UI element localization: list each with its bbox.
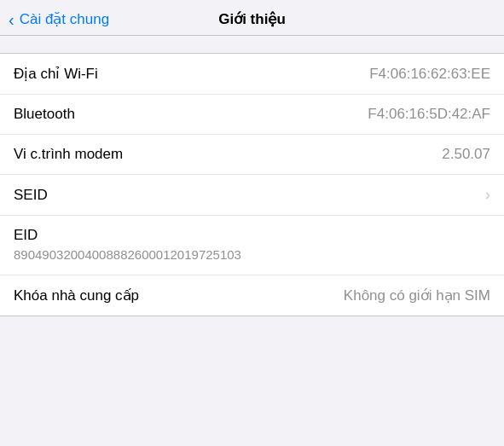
- seid-label: SEID: [14, 187, 48, 204]
- eid-row: EID 89049032004008882600012019725103: [0, 216, 504, 275]
- modem-firmware-label: Vi c.trình modem: [14, 146, 123, 163]
- wifi-address-value: F4:06:16:62:63:EE: [369, 66, 490, 83]
- bluetooth-label: Bluetooth: [14, 106, 75, 123]
- eid-label: EID: [14, 227, 490, 244]
- carrier-lock-label: Khóa nhà cung cấp: [14, 287, 139, 304]
- modem-firmware-value: 2.50.07: [442, 146, 490, 163]
- modem-firmware-row: Vi c.trình modem 2.50.07: [0, 135, 504, 175]
- wifi-address-row: Địa chỉ Wi-Fi F4:06:16:62:63:EE: [0, 54, 504, 95]
- seid-row[interactable]: SEID ›: [0, 175, 504, 216]
- eid-value: 89049032004008882600012019725103: [14, 246, 490, 264]
- back-label: Cài đặt chung: [20, 10, 109, 28]
- header: ‹ Cài đặt chung Giới thiệu: [0, 0, 504, 36]
- back-button[interactable]: ‹ Cài đặt chung: [9, 10, 109, 28]
- carrier-lock-row: Khóa nhà cung cấp Không có giới hạn SIM: [0, 275, 504, 316]
- content: Địa chỉ Wi-Fi F4:06:16:62:63:EE Bluetoot…: [0, 36, 504, 316]
- bluetooth-row: Bluetooth F4:06:16:5D:42:AF: [0, 95, 504, 135]
- wifi-address-label: Địa chỉ Wi-Fi: [14, 65, 98, 83]
- seid-chevron-icon: ›: [485, 186, 490, 204]
- page-title: Giới thiệu: [218, 10, 286, 28]
- info-section: Địa chỉ Wi-Fi F4:06:16:62:63:EE Bluetoot…: [0, 53, 504, 316]
- carrier-lock-value: Không có giới hạn SIM: [344, 287, 490, 304]
- back-chevron-icon: ‹: [9, 11, 14, 28]
- bluetooth-value: F4:06:16:5D:42:AF: [368, 106, 490, 123]
